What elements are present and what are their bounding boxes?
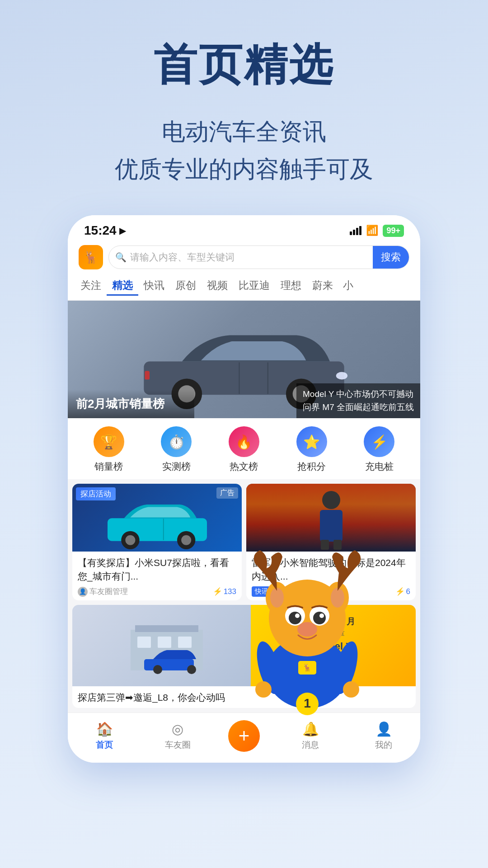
card-xiaomi-content: 雷军：小米智能驾驶的目标是2024年内进入... 快讯 ⚡ 6 bbox=[246, 552, 416, 600]
kuaixun-badge: 快讯 bbox=[252, 586, 272, 597]
sales-overlay: 24 年 02 月 动销量 Model Y 销量 24668 bbox=[251, 605, 416, 686]
points-icon-circle: ⭐ bbox=[296, 426, 327, 457]
hero-banner[interactable]: 前2月城市销量榜 Model Y 中心市场仍不可撼动 问界 M7 全面崛起通吃前… bbox=[68, 301, 420, 418]
xiaomi-stats: ⚡ 6 bbox=[395, 587, 410, 596]
time-display: 15:24 bbox=[84, 223, 117, 238]
card-wide-image: 24 年 02 月 动销量 Model Y 销量 24668 bbox=[72, 605, 416, 686]
person-silhouette bbox=[304, 486, 358, 552]
points-label: 抢积分 bbox=[297, 460, 326, 473]
page-title: 首页精选 bbox=[27, 36, 461, 95]
tab-follow[interactable]: 关注 bbox=[75, 277, 107, 296]
battery-badge: 99+ bbox=[383, 225, 404, 237]
svg-point-7 bbox=[336, 372, 347, 380]
svg-rect-22 bbox=[158, 637, 171, 648]
quick-icon-test[interactable]: ⏱️ 实测榜 bbox=[161, 426, 192, 473]
card-tanshuo-title: 【有奖探店】小米SU7探店啦，看看您_城市有门... bbox=[78, 556, 236, 583]
card-xiaomi[interactable]: 雷军：小米智能驾驶的目标是2024年内进入... 快讯 ⚡ 6 bbox=[246, 484, 416, 600]
friends-label: 车友圈 bbox=[165, 739, 191, 751]
quick-icon-hot[interactable]: 🔥 热文榜 bbox=[229, 426, 259, 473]
tab-selected[interactable]: 精选 bbox=[107, 277, 138, 296]
svg-rect-20 bbox=[135, 625, 198, 632]
svg-point-13 bbox=[181, 535, 191, 545]
svg-rect-17 bbox=[321, 540, 329, 550]
nav-tabs: 关注 精选 快讯 原创 视频 比亚迪 理想 蔚来 小 bbox=[68, 275, 420, 301]
quick-icon-sales[interactable]: 🏆 销量榜 bbox=[94, 426, 124, 473]
subtitle-line2: 优质专业的内容触手可及 bbox=[27, 151, 461, 188]
profile-label: 我的 bbox=[375, 739, 392, 751]
tanshuo-badge: 探店活动 bbox=[76, 487, 116, 500]
search-bar[interactable]: 🔍 请输入内容、车型关键词 搜索 bbox=[108, 245, 409, 269]
nav-add[interactable]: + bbox=[228, 720, 260, 752]
tab-xiao[interactable]: 小 bbox=[338, 277, 358, 296]
tanshuo-stats-icon: ⚡ bbox=[213, 587, 222, 596]
hot-icon-circle: 🔥 bbox=[229, 426, 259, 457]
card-xiaomi-meta: 快讯 ⚡ 6 bbox=[252, 586, 410, 597]
svg-point-25 bbox=[153, 665, 162, 674]
sales-month: 24 年 02 月 bbox=[312, 616, 355, 627]
bottom-nav: 🏠 首页 ◎ 车友圈 + 🔔 消息 👤 我的 bbox=[68, 712, 420, 763]
tanshuo-author: 👤 车友圈管理 bbox=[78, 586, 128, 597]
nav-profile[interactable]: 👤 我的 bbox=[361, 721, 406, 751]
test-icon-circle: ⏱️ bbox=[161, 426, 192, 457]
showroom-bg bbox=[72, 605, 261, 686]
signal-icon bbox=[350, 226, 361, 235]
card-wide[interactable]: 24 年 02 月 动销量 Model Y 销量 24668 探店第三弹➡邀逅_… bbox=[72, 605, 416, 708]
message-label: 消息 bbox=[302, 739, 319, 751]
search-button[interactable]: 搜索 bbox=[373, 246, 409, 269]
card-tanshuo[interactable]: 广告 探店活动 【有奖探店】小米SU7探店啦，看看您_城市有门... 👤 车友圈… bbox=[72, 484, 242, 600]
tanshuo-stats: ⚡ 133 bbox=[213, 587, 236, 596]
content-grid: 广告 探店活动 【有奖探店】小米SU7探店啦，看看您_城市有门... 👤 车友圈… bbox=[68, 479, 420, 712]
card-tanshuo-content: 【有奖探店】小米SU7探店啦，看看您_城市有门... 👤 车友圈管理 ⚡ 133 bbox=[72, 552, 242, 600]
tab-flash[interactable]: 快讯 bbox=[138, 277, 170, 296]
charge-label: 充电桩 bbox=[365, 460, 394, 473]
charge-icon-circle: ⚡ bbox=[364, 426, 394, 457]
message-icon: 🔔 bbox=[302, 721, 319, 737]
tab-original[interactable]: 原创 bbox=[170, 277, 202, 296]
wifi-icon: 📶 bbox=[366, 225, 378, 236]
sales-label: 销量榜 bbox=[94, 460, 123, 473]
nav-home[interactable]: 🏠 首页 bbox=[82, 721, 127, 751]
logo-emoji: 🦌 bbox=[84, 250, 98, 264]
sales-subtitle: 动销量 bbox=[322, 627, 345, 638]
tab-byd[interactable]: 比亚迪 bbox=[233, 277, 275, 296]
friends-icon: ◎ bbox=[172, 721, 183, 737]
status-bar: 15:24 ▶ 📶 99+ bbox=[68, 215, 420, 241]
location-icon: ▶ bbox=[119, 225, 126, 236]
phone-mockup: 15:24 ▶ 📶 99+ 🦌 bbox=[68, 215, 420, 762]
add-button[interactable]: + bbox=[228, 720, 260, 752]
ad-badge: 广告 bbox=[216, 487, 238, 499]
sales-num-label: 销量 bbox=[326, 652, 341, 662]
nav-message[interactable]: 🔔 消息 bbox=[288, 721, 333, 751]
sales-num: 24668 bbox=[317, 662, 349, 676]
quick-icons: 🏆 销量榜 ⏱️ 实测榜 🔥 热文榜 ⭐ 抢积分 ⚡ 充电桩 bbox=[68, 418, 420, 479]
tab-lixiang[interactable]: 理想 bbox=[275, 277, 307, 296]
tab-video[interactable]: 视频 bbox=[202, 277, 233, 296]
model-name: Model Y bbox=[314, 641, 352, 652]
tanshuo-avatar: 👤 bbox=[78, 587, 88, 597]
svg-rect-18 bbox=[333, 540, 342, 550]
hero-caption-line1: Model Y 中心市场仍不可撼动 bbox=[303, 388, 414, 401]
tanshuo-author-name: 车友圈管理 bbox=[89, 586, 128, 597]
svg-rect-23 bbox=[178, 637, 192, 648]
profile-icon: 👤 bbox=[375, 721, 392, 737]
svg-point-11 bbox=[125, 535, 135, 545]
quick-icon-charge[interactable]: ⚡ 充电桩 bbox=[364, 426, 394, 473]
nav-friends[interactable]: ◎ 车友圈 bbox=[155, 721, 200, 751]
status-icons: 📶 99+ bbox=[350, 225, 404, 237]
search-input-area: 🔍 请输入内容、车型关键词 bbox=[109, 251, 373, 264]
home-icon: 🏠 bbox=[96, 721, 113, 737]
xiaomi-stats-icon: ⚡ bbox=[395, 587, 405, 596]
app-logo[interactable]: 🦌 bbox=[79, 245, 103, 269]
quick-icon-points[interactable]: ⭐ 抢积分 bbox=[296, 426, 327, 473]
sales-icon-circle: 🏆 bbox=[94, 426, 124, 457]
card-xiaomi-title: 雷军：小米智能驾驶的目标是2024年内进入... bbox=[252, 556, 410, 583]
tab-weilai[interactable]: 蔚来 bbox=[307, 277, 338, 296]
page-wrapper: 首页精选 电动汽车全资讯 优质专业的内容触手可及 15:24 ▶ bbox=[0, 0, 488, 868]
xiaomi-stats-num: 6 bbox=[406, 587, 410, 596]
search-placeholder-text: 请输入内容、车型关键词 bbox=[130, 251, 235, 264]
card-tanshuo-image: 广告 探店活动 bbox=[72, 484, 242, 552]
svg-rect-16 bbox=[320, 510, 343, 542]
card-wide-title: 探店第三弹➡邀逅_L8，你会心动吗 bbox=[78, 691, 410, 704]
test-label: 实测榜 bbox=[162, 460, 191, 473]
hero-caption: Model Y 中心市场仍不可撼动 问界 M7 全面崛起通吃前五线 bbox=[296, 383, 420, 418]
